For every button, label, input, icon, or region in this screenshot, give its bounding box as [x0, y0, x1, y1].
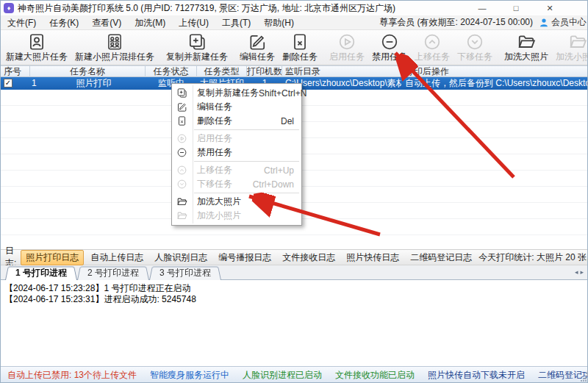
context-move-up-task: 上移任务 Ctrl+Up: [172, 163, 301, 177]
process-tab-3[interactable]: 3 号打印进程: [149, 265, 221, 280]
minimize-button[interactable]: —: [465, 1, 499, 15]
status-face-recognition: 人脸识别进程已启动: [236, 369, 329, 382]
toolbar: 新建大照片任务 新建小照片混排任务 复制并新建任务 编辑任务 删除任务 启用任务…: [1, 30, 588, 65]
log-line: 【2024-06-17 15:23:28】1 号打印进程正在启动: [4, 283, 585, 294]
reprint-large-photo-icon: [176, 196, 187, 207]
enable-task-button: 启用任务: [326, 30, 368, 65]
move-up-task-icon: [176, 165, 187, 176]
window-title: 神奇照片自动美颜打印系统 5.0 (用户ID: 71277319, 景区: 万达…: [18, 2, 395, 15]
maximize-button[interactable]: □: [499, 1, 533, 15]
new-large-photo-task-icon: [27, 32, 46, 51]
column-header-printer-count[interactable]: 打印机数: [247, 66, 282, 77]
menu-bar: 文件(F) 任务(K) 查看(V) 加洗(M) 上传(U) 工具(T) 帮助(H…: [1, 15, 588, 30]
app-window: ♦ 神奇照片自动美颜打印系统 5.0 (用户ID: 71277319, 景区: …: [0, 0, 588, 383]
process-tab-1[interactable]: 1 号打印进程: [5, 265, 77, 280]
context-disable-task[interactable]: 禁用任务: [172, 146, 301, 160]
menu-view[interactable]: 查看(V): [85, 15, 128, 30]
reprint-large-photo-button[interactable]: 加洗大照片: [501, 30, 552, 65]
copy-and-new-task-icon: [187, 32, 207, 51]
member-center-label: 会员中心: [551, 16, 587, 29]
context-copy-and-new-task[interactable]: 复制并新建任务 Shift+Ctrl+N: [172, 86, 301, 100]
log-tab-qrcode-register[interactable]: 二维码登记日志: [406, 251, 476, 265]
menu-tools[interactable]: 工具(T): [215, 15, 257, 30]
disable-task-icon: [176, 147, 187, 158]
tab-scroll-right-icon[interactable]: ▸: [580, 268, 586, 276]
status-bar: 自动上传已禁用: 13个待上传文件 智能瘦身服务运行中 人脸识别进程已启动 文件…: [1, 366, 588, 383]
menu-file[interactable]: 文件(F): [1, 15, 43, 30]
reprint-small-photo-button: 加洗小照片: [552, 30, 588, 65]
delete-task-icon: [176, 115, 187, 126]
menu-task[interactable]: 任务(K): [43, 15, 85, 30]
log-line: 【2024-06-17 15:23:31】进程启动成功: 5245748: [4, 294, 585, 305]
menu-reprint[interactable]: 加洗(M): [128, 15, 172, 30]
print-process-tab-bar: 1 号打印进程 2 号打印进程 3 号打印进程 ◂▸: [1, 265, 588, 280]
reprint-large-photo-icon: [517, 32, 536, 51]
context-reprint-small-photo: 加洗小照片: [172, 209, 301, 223]
log-tab-bar: 日志: 照片打印日志 自动上传日志 人脸识别日志 编号播报日志 文件接收日志 照…: [1, 249, 588, 265]
column-header-post-action[interactable]: 打印后操作: [402, 66, 588, 77]
edit-task-button[interactable]: 编辑任务: [236, 30, 279, 65]
move-down-task-button: 下移任务: [453, 30, 496, 65]
context-menu-separator: [194, 129, 299, 130]
today-print-stats: 今天打印统计: 大照片 20 张, 小照片 0 张: [478, 251, 588, 264]
membership-expiry-text: 尊享会员 (有效期至: 2024-07-15 00:00): [379, 16, 533, 29]
new-small-photo-mix-task-icon: [105, 32, 124, 51]
row-checkbox[interactable]: ✓: [4, 79, 12, 87]
log-tab-file-receive[interactable]: 文件接收日志: [278, 251, 340, 265]
context-menu-separator: [194, 161, 299, 162]
column-header-watch-dir[interactable]: 监听目录: [282, 66, 402, 77]
status-file-receive: 文件接收功能已启动: [329, 369, 421, 382]
menu-upload[interactable]: 上传(U): [172, 15, 215, 30]
member-person-icon: [539, 18, 549, 28]
disable-task-button[interactable]: 禁用任务: [368, 30, 411, 65]
context-move-down-task: 下移任务 Ctrl+Down: [172, 177, 301, 191]
column-header-index[interactable]: 序号: [1, 66, 30, 77]
move-up-task-button: 上移任务: [411, 30, 453, 65]
log-tab-number-broadcast[interactable]: 编号播报日志: [214, 251, 276, 265]
move-down-task-icon: [465, 32, 484, 51]
title-bar: ♦ 神奇照片自动美颜打印系统 5.0 (用户ID: 71277319, 景区: …: [1, 1, 588, 15]
edit-task-icon: [248, 32, 267, 51]
column-header-task-name[interactable]: 任务名称: [30, 66, 146, 77]
app-logo-icon: ♦: [4, 3, 14, 13]
close-button[interactable]: ✕: [533, 1, 567, 15]
log-tab-photo-print[interactable]: 照片打印日志: [21, 250, 84, 265]
context-menu: 复制并新建任务 Shift+Ctrl+N 编辑任务 删除任务 Del 启用任务 …: [171, 83, 302, 226]
log-tab-face-recognition[interactable]: 人脸识别日志: [150, 251, 212, 265]
move-down-task-icon: [176, 179, 187, 190]
context-enable-task: 启用任务: [172, 132, 301, 146]
row-post-action: 自动上传，然后备份到 C:\Users\zhouxc\Desktop\素材\自动…: [405, 77, 587, 90]
reprint-small-photo-icon: [176, 210, 187, 221]
new-large-photo-task-button[interactable]: 新建大照片任务: [2, 30, 71, 65]
resize-grip[interactable]: [580, 375, 587, 382]
status-smart-slim-service: 智能瘦身服务运行中: [143, 369, 236, 382]
row-task-name: 照片打印: [42, 77, 146, 90]
delete-task-icon: [290, 32, 309, 51]
context-menu-separator: [194, 193, 299, 193]
context-delete-task[interactable]: 删除任务 Del: [172, 114, 301, 128]
context-edit-task[interactable]: 编辑任务: [172, 100, 301, 114]
task-table-header: 序号 任务名称 任务状态 任务类型 打印机数 监听目录 打印后操作: [1, 65, 588, 77]
column-header-task-status[interactable]: 任务状态: [146, 66, 197, 77]
copy-and-new-task-icon: [176, 87, 187, 99]
reprint-small-photo-icon: [568, 32, 587, 51]
edit-task-icon: [176, 101, 187, 112]
log-tab-auto-upload[interactable]: 自动上传日志: [86, 251, 148, 265]
move-up-task-icon: [423, 32, 442, 51]
process-tab-2[interactable]: 2 号打印进程: [77, 265, 149, 280]
log-tab-photo-quick-transfer[interactable]: 照片快传日志: [342, 251, 404, 265]
enable-task-icon: [337, 32, 356, 51]
disable-task-icon: [380, 32, 399, 51]
delete-task-button[interactable]: 删除任务: [279, 30, 321, 65]
new-small-photo-mix-task-button[interactable]: 新建小照片混排任务: [71, 30, 158, 65]
column-header-task-type[interactable]: 任务类型: [197, 66, 247, 77]
context-reprint-large-photo[interactable]: 加洗大照片: [172, 195, 301, 209]
member-center-button[interactable]: 会员中心: [539, 16, 587, 29]
status-quick-transfer-download: 照片快传自动下载未开启: [421, 369, 531, 382]
log-output: 【2024-06-17 15:23:28】1 号打印进程正在启动 【2024-0…: [1, 281, 588, 366]
status-auto-upload: 自动上传已禁用: 13个待上传文件: [1, 369, 143, 382]
row-index: 1: [32, 77, 42, 90]
menu-help[interactable]: 帮助(H): [257, 15, 301, 30]
enable-task-icon: [176, 133, 187, 144]
copy-and-new-task-button[interactable]: 复制并新建任务: [162, 30, 232, 65]
